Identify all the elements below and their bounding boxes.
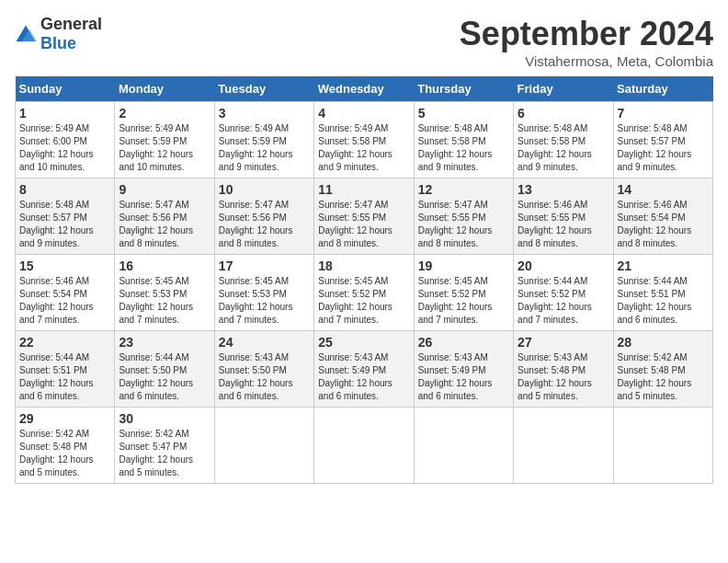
- day-detail: Sunrise: 5:44 AM Sunset: 5:51 PM Dayligh…: [618, 275, 709, 327]
- col-tuesday: Tuesday: [214, 76, 313, 102]
- day-number: 23: [119, 335, 210, 350]
- day-detail: Sunrise: 5:46 AM Sunset: 5:54 PM Dayligh…: [19, 275, 110, 327]
- day-number: 9: [119, 182, 210, 197]
- col-saturday: Saturday: [613, 76, 712, 102]
- calendar-cell: 12Sunrise: 5:47 AM Sunset: 5:55 PM Dayli…: [414, 178, 513, 255]
- day-detail: Sunrise: 5:46 AM Sunset: 5:54 PM Dayligh…: [618, 199, 709, 250]
- calendar-cell: [613, 408, 712, 484]
- location-text: Vistahermosa, Meta, Colombia: [460, 53, 713, 69]
- calendar-cell: 5Sunrise: 5:48 AM Sunset: 5:58 PM Daylig…: [414, 102, 513, 178]
- day-number: 1: [19, 106, 110, 121]
- calendar-cell: [514, 408, 613, 484]
- day-number: 7: [618, 106, 709, 121]
- calendar-cell: 25Sunrise: 5:43 AM Sunset: 5:49 PM Dayli…: [314, 331, 414, 408]
- calendar-week-3: 15Sunrise: 5:46 AM Sunset: 5:54 PM Dayli…: [16, 255, 713, 331]
- day-number: 11: [318, 182, 409, 197]
- day-detail: Sunrise: 5:43 AM Sunset: 5:49 PM Dayligh…: [418, 351, 509, 403]
- col-thursday: Thursday: [414, 76, 513, 102]
- calendar-cell: 7Sunrise: 5:48 AM Sunset: 5:57 PM Daylig…: [613, 102, 712, 178]
- calendar-cell: 21Sunrise: 5:44 AM Sunset: 5:51 PM Dayli…: [613, 255, 712, 331]
- day-detail: Sunrise: 5:49 AM Sunset: 5:59 PM Dayligh…: [219, 122, 310, 174]
- day-number: 17: [219, 259, 310, 273]
- calendar-table: Sunday Monday Tuesday Wednesday Thursday…: [15, 76, 713, 484]
- day-detail: Sunrise: 5:48 AM Sunset: 5:57 PM Dayligh…: [19, 199, 110, 250]
- day-detail: Sunrise: 5:43 AM Sunset: 5:50 PM Dayligh…: [219, 351, 310, 403]
- day-detail: Sunrise: 5:47 AM Sunset: 5:56 PM Dayligh…: [219, 199, 310, 250]
- col-monday: Monday: [115, 76, 214, 102]
- calendar-cell: 9Sunrise: 5:47 AM Sunset: 5:56 PM Daylig…: [115, 178, 214, 255]
- logo-general-text: General: [40, 15, 102, 33]
- calendar-cell: 3Sunrise: 5:49 AM Sunset: 5:59 PM Daylig…: [214, 102, 313, 178]
- calendar-cell: 30Sunrise: 5:42 AM Sunset: 5:47 PM Dayli…: [115, 408, 214, 484]
- calendar-cell: 14Sunrise: 5:46 AM Sunset: 5:54 PM Dayli…: [613, 178, 712, 255]
- day-number: 28: [618, 335, 709, 350]
- day-number: 24: [219, 335, 310, 350]
- calendar-cell: 24Sunrise: 5:43 AM Sunset: 5:50 PM Dayli…: [214, 331, 313, 408]
- day-detail: Sunrise: 5:49 AM Sunset: 6:00 PM Dayligh…: [19, 122, 110, 174]
- day-number: 12: [418, 182, 509, 197]
- day-number: 19: [418, 259, 509, 273]
- col-sunday: Sunday: [16, 76, 115, 102]
- calendar-cell: 10Sunrise: 5:47 AM Sunset: 5:56 PM Dayli…: [214, 178, 313, 255]
- logo: General Blue: [15, 15, 102, 53]
- day-detail: Sunrise: 5:47 AM Sunset: 5:55 PM Dayligh…: [318, 199, 409, 250]
- calendar-cell: [214, 408, 313, 484]
- calendar-cell: 29Sunrise: 5:42 AM Sunset: 5:48 PM Dayli…: [16, 408, 115, 484]
- day-number: 29: [19, 411, 110, 426]
- page-header: General Blue September 2024 Vistahermosa…: [15, 15, 713, 69]
- calendar-cell: 18Sunrise: 5:45 AM Sunset: 5:52 PM Dayli…: [314, 255, 414, 331]
- day-number: 14: [618, 182, 709, 197]
- day-detail: Sunrise: 5:46 AM Sunset: 5:55 PM Dayligh…: [518, 199, 609, 250]
- day-detail: Sunrise: 5:43 AM Sunset: 5:48 PM Dayligh…: [518, 351, 609, 403]
- day-detail: Sunrise: 5:49 AM Sunset: 5:58 PM Dayligh…: [318, 122, 409, 174]
- calendar-cell: [314, 408, 414, 484]
- month-title: September 2024: [460, 15, 713, 53]
- calendar-cell: 2Sunrise: 5:49 AM Sunset: 5:59 PM Daylig…: [115, 102, 214, 178]
- day-detail: Sunrise: 5:42 AM Sunset: 5:48 PM Dayligh…: [19, 428, 110, 479]
- day-number: 30: [119, 411, 210, 426]
- calendar-cell: 4Sunrise: 5:49 AM Sunset: 5:58 PM Daylig…: [314, 102, 414, 178]
- calendar-cell: [414, 408, 513, 484]
- day-number: 26: [418, 335, 509, 350]
- day-number: 20: [518, 259, 609, 273]
- title-section: September 2024 Vistahermosa, Meta, Colom…: [460, 15, 713, 69]
- day-detail: Sunrise: 5:42 AM Sunset: 5:48 PM Dayligh…: [618, 351, 709, 403]
- day-detail: Sunrise: 5:49 AM Sunset: 5:59 PM Dayligh…: [119, 122, 210, 174]
- calendar-cell: 13Sunrise: 5:46 AM Sunset: 5:55 PM Dayli…: [514, 178, 613, 255]
- day-number: 25: [318, 335, 409, 350]
- day-number: 13: [518, 182, 609, 197]
- day-detail: Sunrise: 5:45 AM Sunset: 5:53 PM Dayligh…: [219, 275, 310, 327]
- calendar-cell: 27Sunrise: 5:43 AM Sunset: 5:48 PM Dayli…: [514, 331, 613, 408]
- day-number: 16: [119, 259, 210, 273]
- day-number: 3: [219, 106, 310, 121]
- day-number: 6: [518, 106, 609, 121]
- calendar-cell: 22Sunrise: 5:44 AM Sunset: 5:51 PM Dayli…: [16, 331, 115, 408]
- day-detail: Sunrise: 5:47 AM Sunset: 5:55 PM Dayligh…: [418, 199, 509, 250]
- calendar-cell: 16Sunrise: 5:45 AM Sunset: 5:53 PM Dayli…: [115, 255, 214, 331]
- calendar-week-2: 8Sunrise: 5:48 AM Sunset: 5:57 PM Daylig…: [16, 178, 713, 255]
- logo-icon: [15, 23, 37, 45]
- calendar-week-4: 22Sunrise: 5:44 AM Sunset: 5:51 PM Dayli…: [16, 331, 713, 408]
- col-wednesday: Wednesday: [314, 76, 414, 102]
- calendar-header-row: Sunday Monday Tuesday Wednesday Thursday…: [16, 76, 713, 102]
- day-detail: Sunrise: 5:48 AM Sunset: 5:58 PM Dayligh…: [518, 122, 609, 174]
- col-friday: Friday: [514, 76, 613, 102]
- day-number: 22: [19, 335, 110, 350]
- day-number: 5: [418, 106, 509, 121]
- day-detail: Sunrise: 5:48 AM Sunset: 5:57 PM Dayligh…: [618, 122, 709, 174]
- calendar-cell: 15Sunrise: 5:46 AM Sunset: 5:54 PM Dayli…: [16, 255, 115, 331]
- day-number: 10: [219, 182, 310, 197]
- calendar-cell: 28Sunrise: 5:42 AM Sunset: 5:48 PM Dayli…: [613, 331, 712, 408]
- logo-blue-text: Blue: [40, 34, 76, 52]
- day-detail: Sunrise: 5:48 AM Sunset: 5:58 PM Dayligh…: [418, 122, 509, 174]
- calendar-cell: 6Sunrise: 5:48 AM Sunset: 5:58 PM Daylig…: [514, 102, 613, 178]
- day-detail: Sunrise: 5:45 AM Sunset: 5:52 PM Dayligh…: [318, 275, 409, 327]
- calendar-week-1: 1Sunrise: 5:49 AM Sunset: 6:00 PM Daylig…: [16, 102, 713, 178]
- calendar-cell: 8Sunrise: 5:48 AM Sunset: 5:57 PM Daylig…: [16, 178, 115, 255]
- calendar-cell: 17Sunrise: 5:45 AM Sunset: 5:53 PM Dayli…: [214, 255, 313, 331]
- day-number: 4: [318, 106, 409, 121]
- day-detail: Sunrise: 5:47 AM Sunset: 5:56 PM Dayligh…: [119, 199, 210, 250]
- day-detail: Sunrise: 5:43 AM Sunset: 5:49 PM Dayligh…: [318, 351, 409, 403]
- calendar-week-5: 29Sunrise: 5:42 AM Sunset: 5:48 PM Dayli…: [16, 408, 713, 484]
- day-detail: Sunrise: 5:44 AM Sunset: 5:51 PM Dayligh…: [19, 351, 110, 403]
